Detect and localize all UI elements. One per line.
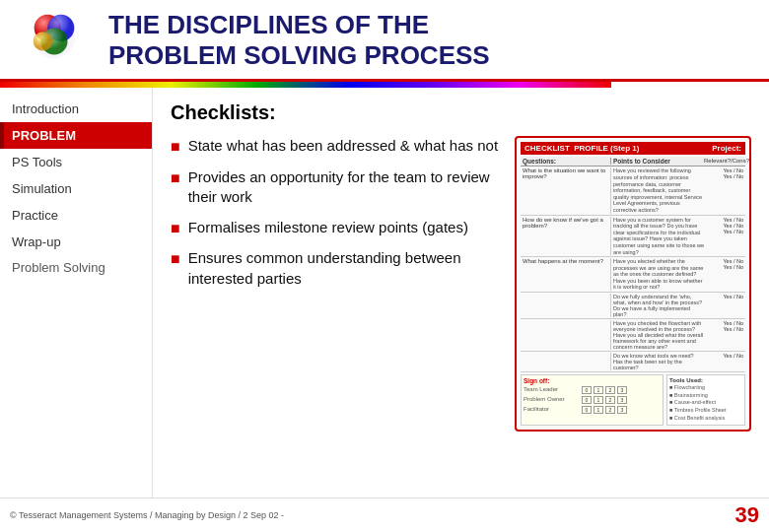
profile-row-1: What is the situation we want to improve… (521, 166, 745, 215)
sign-box-8: 3 (617, 396, 627, 404)
item-text-3: Formalises milestone review points (gate… (188, 218, 468, 239)
sign-boxes-team: 0 1 2 3 (582, 386, 627, 394)
checklist-profile-header: CHECKLIST PROFILE (Step 1) Project: (521, 142, 745, 155)
checklist-profile-title: CHECKLIST PROFILE (Step 1) (524, 144, 639, 153)
tools-used-title: Tools Used: (669, 377, 742, 383)
profile-points-6: Do we know what tools we need? Has the t… (613, 353, 704, 370)
checklist-profile-project: Project: (712, 144, 741, 153)
svg-point-4 (34, 32, 52, 50)
sign-box-9: 0 (582, 406, 592, 414)
questions-header: Questions: (523, 158, 611, 165)
sign-role-team: Team Leader (524, 386, 578, 394)
sidebar-item-problem[interactable]: PROBLEM (0, 122, 152, 149)
profile-q-4 (523, 294, 611, 317)
sign-box-7: 2 (605, 396, 615, 404)
sign-off-row-owner: Problem Owner 0 1 2 3 (524, 396, 661, 404)
sidebar-item-wrap-up[interactable]: Wrap-up (0, 229, 152, 255)
tools-used-section: Tools Used: ■ Flowcharting ■ Brainstormi… (666, 374, 745, 425)
profile-q-6 (523, 353, 611, 370)
sign-boxes-owner: 0 1 2 3 (582, 396, 627, 404)
sign-role-facilitator: Facilitator (524, 406, 578, 414)
sidebar-item-intro[interactable]: Introduction (0, 96, 152, 122)
profile-yn-4: Yes / No (704, 294, 743, 317)
sign-box-3: 2 (605, 386, 615, 394)
checklist-profile-image: CHECKLIST PROFILE (Step 1) Project: Ques… (515, 136, 751, 431)
sign-off-row-facilitator: Facilitator 0 1 2 3 (524, 406, 661, 414)
sign-box-5: 0 (582, 396, 592, 404)
profile-row-5: Have you checked the flowchart with ever… (521, 319, 745, 352)
profile-points-3: Have you elected whether the processes w… (613, 258, 704, 291)
profile-q-5 (523, 320, 611, 350)
profile-points-5: Have you checked the flowchart with ever… (613, 320, 704, 350)
checklist-item-2: ■ Provides an opportunity for the team t… (171, 167, 501, 208)
sidebar-item-simulation[interactable]: Simulation (0, 175, 152, 202)
sign-box-6: 1 (594, 396, 603, 404)
sign-boxes-facilitator: 0 1 2 3 (582, 406, 627, 414)
profile-yn-6: Yes / No (704, 353, 743, 370)
profile-q-1: What is the situation we want to improve… (523, 167, 611, 213)
bullet-icon-3: ■ (171, 219, 180, 239)
sign-box-2: 1 (594, 386, 603, 394)
sign-box-11: 2 (605, 406, 615, 414)
sidebar-item-practice[interactable]: Practice (0, 202, 152, 229)
header: THE DISCIPLINES OF THE PROBLEM SOLVING P… (0, 0, 769, 82)
page-number: 39 (735, 502, 759, 528)
sign-off-row-team: Team Leader 0 1 2 3 (524, 386, 661, 394)
sidebar: Introduction PROBLEM PS Tools Simulation… (0, 88, 153, 531)
profile-row-4: Do we fully understand the 'who, what, w… (521, 293, 745, 319)
sign-box-12: 3 (617, 406, 627, 414)
bullet-icon-4: ■ (171, 249, 180, 289)
profile-yn-5: Yes / No Yes / No (704, 320, 743, 350)
content-area: Checklists: ■ State what has been addres… (153, 88, 769, 531)
profile-yn-2: Yes / No Yes / No Yes / No (704, 217, 743, 256)
main-layout: Introduction PROBLEM PS Tools Simulation… (0, 88, 769, 531)
sign-off-title: Sign off: (524, 377, 661, 384)
profile-row-3: What happens at the moment? Have you ele… (521, 257, 745, 293)
points-header: Points to Consider (611, 158, 704, 165)
profile-row-6: Do we know what tools we need? Has the t… (521, 352, 745, 372)
profile-points-4: Do we fully understand the 'who, what, w… (613, 294, 704, 317)
sign-off-left: Sign off: Team Leader 0 1 2 3 Problem O (521, 374, 664, 425)
bullet-icon-2: ■ (171, 168, 180, 208)
item-text-1: State what has been addressed & what has… (188, 136, 498, 158)
problem-solving-label: Problem Solving (0, 255, 152, 280)
profile-q-3: What happens at the moment? (523, 258, 611, 291)
relevance-header: Relevant?/Cons? (704, 158, 743, 165)
profile-yn-1: Yes / No Yes / No (704, 167, 743, 213)
checklist-item-4: ■ Ensures common understanding between i… (171, 248, 501, 289)
content-title: Checklists: (171, 101, 751, 124)
sign-box-4: 3 (617, 386, 627, 394)
bullet-icon-1: ■ (171, 137, 180, 158)
checklist-item-3: ■ Formalises milestone review points (ga… (171, 218, 501, 239)
profile-q-2: How do we know if we've got a problem? (523, 217, 611, 256)
tools-list: ■ Flowcharting ■ Brainstorming ■ Cause-a… (669, 384, 742, 422)
profile-row-2: How do we know if we've got a problem? H… (521, 216, 745, 258)
checklist-item-1: ■ State what has been addressed & what h… (171, 136, 501, 158)
profile-points-1: Have you reviewed the following sources … (613, 167, 704, 213)
profile-yn-3: Yes / No Yes / No (704, 258, 743, 291)
checklist-column: ■ State what has been addressed & what h… (171, 136, 501, 431)
sidebar-item-ps-tools[interactable]: PS Tools (0, 149, 152, 175)
header-title: THE DISCIPLINES OF THE PROBLEM SOLVING P… (108, 10, 490, 71)
footer: © Tesseract Management Systems / Managin… (0, 498, 769, 532)
sign-off-section: Sign off: Team Leader 0 1 2 3 Problem O (521, 374, 745, 425)
profile-points-2: Have you a customer system for tracking … (613, 217, 704, 256)
footer-copyright: © Tesseract Management Systems / Managin… (10, 510, 284, 520)
item-text-4: Ensures common understanding between int… (188, 248, 501, 289)
sign-box-1: 0 (582, 386, 592, 394)
content-body: ■ State what has been addressed & what h… (171, 136, 751, 431)
logo (20, 11, 89, 70)
sign-role-owner: Problem Owner (524, 396, 578, 404)
item-text-2: Provides an opportunity for the team to … (188, 167, 501, 208)
sign-box-10: 1 (594, 406, 603, 414)
